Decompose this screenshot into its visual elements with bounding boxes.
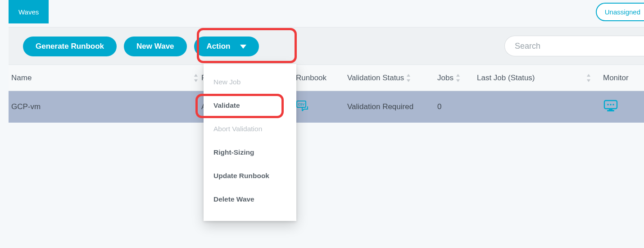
table-header-row: Name R Runbook Validation Status Jobs La… xyxy=(9,65,644,91)
search-wrap xyxy=(504,36,644,56)
generate-runbook-button[interactable]: Generate Runbook xyxy=(23,37,117,56)
sort-icon xyxy=(194,74,198,82)
menu-new-job: New Job xyxy=(204,70,296,94)
action-dropdown-button[interactable]: Action xyxy=(194,37,259,56)
svg-rect-7 xyxy=(607,110,614,111)
unassigned-chip[interactable]: Unassigned xyxy=(596,3,644,21)
col-name-label: Name xyxy=(11,73,32,83)
col-last-job-label: Last Job (Status) xyxy=(477,73,535,83)
svg-rect-6 xyxy=(609,109,612,110)
sort-icon xyxy=(456,74,460,82)
caret-down-icon xyxy=(240,45,246,49)
col-monitor[interactable]: Monitor xyxy=(594,73,644,83)
col-runbook[interactable]: Runbook xyxy=(296,73,347,83)
cell-validation: Validation Required xyxy=(347,102,437,111)
cell-monitor[interactable] xyxy=(594,99,644,115)
toolbar: Generate Runbook New Wave Action xyxy=(9,27,644,65)
svg-point-5 xyxy=(612,104,614,106)
col-monitor-label: Monitor xyxy=(603,73,629,83)
menu-delete-wave[interactable]: Delete Wave xyxy=(204,188,296,211)
svg-point-3 xyxy=(607,104,609,106)
svg-point-4 xyxy=(610,104,612,106)
cell-jobs: 0 xyxy=(437,102,477,111)
col-last-job[interactable]: Last Job (Status) xyxy=(477,73,594,83)
action-label: Action xyxy=(207,42,231,51)
search-input[interactable] xyxy=(504,36,644,56)
csv-icon: CSV xyxy=(296,100,311,114)
col-validation-label: Validation Status xyxy=(347,73,404,83)
monitor-icon xyxy=(603,99,618,115)
new-wave-button[interactable]: New Wave xyxy=(124,37,186,56)
cell-name: GCP-vm xyxy=(9,102,201,111)
tab-waves[interactable]: Waves xyxy=(9,0,49,23)
menu-abort-validation: Abort Validation xyxy=(204,117,296,141)
menu-right-sizing[interactable]: Right-Sizing xyxy=(204,141,296,164)
col-runbook-label: Runbook xyxy=(296,73,327,83)
menu-update-runbook[interactable]: Update Runbook xyxy=(204,164,296,188)
col-jobs-label: Jobs xyxy=(437,73,454,83)
menu-validate[interactable]: Validate xyxy=(204,94,296,117)
table-row[interactable]: GCP-vm A CSV Validation Required 0 xyxy=(9,91,644,123)
sort-icon xyxy=(587,74,590,82)
waves-table: Name R Runbook Validation Status Jobs La… xyxy=(9,65,644,123)
action-menu: New Job Validate Abort Validation Right-… xyxy=(204,64,296,221)
svg-text:CSV: CSV xyxy=(298,103,305,106)
col-jobs[interactable]: Jobs xyxy=(437,73,477,83)
cell-runbook[interactable]: CSV xyxy=(296,100,347,114)
col-validation-status[interactable]: Validation Status xyxy=(347,73,437,83)
col-name[interactable]: Name xyxy=(9,73,201,83)
sort-icon xyxy=(407,74,410,82)
